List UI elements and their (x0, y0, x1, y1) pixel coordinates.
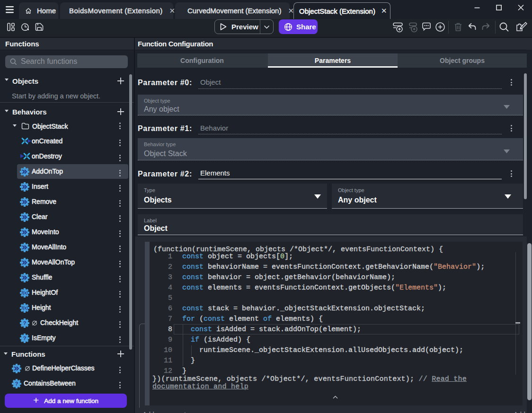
svg-text:?: ? (23, 320, 26, 326)
svg-text:?: ? (23, 335, 26, 341)
svg-text:f(x): f(x) (22, 306, 28, 310)
svg-text:f(x): f(x) (22, 290, 28, 295)
svg-text:?: ? (15, 381, 18, 387)
